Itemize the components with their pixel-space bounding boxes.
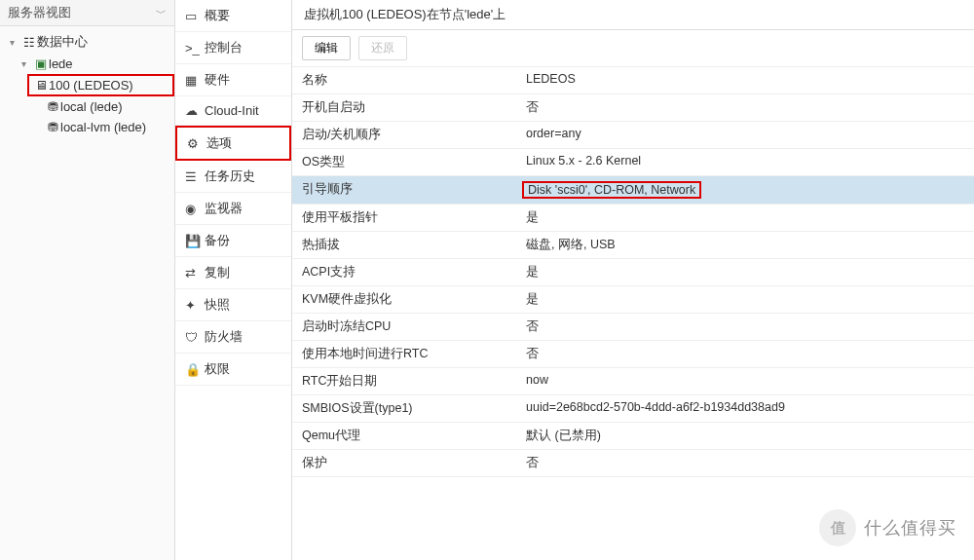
option-key: 启动/关机顺序	[302, 127, 526, 143]
server-tree-panel: 服务器视图 ﹀ ▾ ☷ 数据中心 ▾ ▣ lede 🖥 100 (LEDEOS)…	[0, 0, 175, 560]
watermark-text: 什么值得买	[864, 516, 956, 540]
tree-node-label: lede	[49, 56, 73, 71]
options-row[interactable]: 使用本地时间进行RTC否	[292, 341, 974, 368]
nav-label: 硬件	[205, 71, 230, 89]
option-value: order=any	[526, 127, 964, 143]
content-panel: 虚拟机100 (LEDEOS)在节点'lede'上 编辑 还原 名称LEDEOS…	[292, 0, 974, 560]
collapse-arrow-icon: ▾	[10, 37, 21, 48]
nav-console[interactable]: >_ 控制台	[175, 32, 291, 64]
collapse-arrow-icon: ▾	[21, 58, 33, 69]
option-value: LEDEOS	[526, 72, 964, 89]
option-key: SMBIOS设置(type1)	[302, 400, 526, 417]
options-row[interactable]: 保护否	[292, 450, 974, 477]
eye-icon: ◉	[185, 202, 205, 216]
content-title: 虚拟机100 (LEDEOS)在节点'lede'上	[292, 0, 974, 30]
options-grid: 名称LEDEOS开机自启动否启动/关机顺序order=anyOS类型Linux …	[292, 67, 974, 560]
nav-monitor[interactable]: ◉ 监视器	[175, 193, 291, 225]
option-value: 否	[526, 346, 964, 362]
option-value: Linux 5.x - 2.6 Kernel	[526, 154, 964, 170]
nav-label: 任务历史	[205, 168, 255, 185]
options-row[interactable]: RTC开始日期now	[292, 368, 974, 395]
option-value: 否	[526, 455, 964, 471]
shield-icon: 🛡	[185, 330, 205, 345]
options-row[interactable]: ACPI支持是	[292, 259, 974, 286]
option-key: Qemu代理	[302, 428, 526, 444]
options-toolbar: 编辑 还原	[292, 30, 974, 67]
nav-label: 监视器	[205, 200, 243, 217]
options-row[interactable]: 使用平板指针是	[292, 205, 974, 232]
nav-permissions[interactable]: 🔒 权限	[175, 354, 291, 386]
chip-icon: ▦	[185, 73, 205, 88]
magic-icon: ✦	[185, 298, 205, 313]
tree-storage-local[interactable]: ⛃ local (lede)	[0, 96, 174, 117]
nav-label: 控制台	[205, 39, 243, 56]
nav-summary[interactable]: ▭ 概要	[175, 0, 291, 32]
nav-snapshots[interactable]: ✦ 快照	[175, 289, 291, 321]
option-value: Disk 'scsi0', CD-ROM, Network	[526, 181, 964, 199]
nav-cloudinit[interactable]: ☁ Cloud-Init	[175, 96, 291, 126]
option-key: 名称	[302, 72, 526, 89]
option-key: 保护	[302, 455, 526, 471]
nav-label: 快照	[205, 296, 230, 314]
nav-firewall[interactable]: 🛡 防火墙	[175, 321, 291, 354]
option-key: OS类型	[302, 154, 526, 170]
copy-icon: ⇄	[185, 266, 205, 280]
nav-hardware[interactable]: ▦ 硬件	[175, 64, 291, 96]
tree-vm-100[interactable]: 🖥 100 (LEDEOS)	[27, 74, 174, 96]
option-value: 是	[526, 209, 964, 226]
list-icon: ☰	[185, 169, 205, 184]
option-value: 是	[526, 291, 964, 308]
storage-icon: ⛃	[45, 99, 60, 114]
option-key: 开机自启动	[302, 99, 526, 116]
tree-node-lede[interactable]: ▾ ▣ lede	[0, 54, 174, 74]
chevron-down-icon: ﹀	[156, 6, 167, 20]
option-key: KVM硬件虚拟化	[302, 291, 526, 308]
options-row[interactable]: 启动时冻结CPU否	[292, 314, 974, 341]
nav-label: 选项	[206, 134, 232, 152]
options-row[interactable]: SMBIOS设置(type1)uuid=2e68bcd2-570b-4ddd-a…	[292, 395, 974, 423]
datacenter-icon: ☷	[21, 35, 37, 50]
tree-storage-label: local (lede)	[60, 99, 123, 114]
option-value: 磁盘, 网络, USB	[526, 237, 964, 253]
option-key: 启动时冻结CPU	[302, 318, 526, 335]
nav-task-history[interactable]: ☰ 任务历史	[175, 161, 291, 193]
revert-button[interactable]: 还原	[358, 36, 407, 60]
options-row[interactable]: Qemu代理默认 (已禁用)	[292, 423, 974, 450]
vm-icon: 🖥	[33, 78, 49, 93]
option-value: now	[526, 373, 964, 390]
tree-datacenter[interactable]: ▾ ☷ 数据中心	[0, 30, 174, 54]
book-icon: ▭	[185, 9, 205, 23]
cloud-icon: ☁	[185, 103, 205, 118]
options-row[interactable]: 热插拔磁盘, 网络, USB	[292, 232, 974, 259]
save-icon: 💾	[185, 234, 205, 248]
options-row[interactable]: 引导顺序Disk 'scsi0', CD-ROM, Network	[292, 176, 974, 205]
option-key: 使用本地时间进行RTC	[302, 346, 526, 362]
edit-button[interactable]: 编辑	[302, 36, 351, 60]
options-row[interactable]: OS类型Linux 5.x - 2.6 Kernel	[292, 149, 974, 176]
tree-storage-label: local-lvm (lede)	[60, 120, 146, 134]
tree-view-selector[interactable]: 服务器视图 ﹀	[0, 0, 174, 26]
nav-options[interactable]: ⚙ 选项	[175, 126, 291, 161]
nav-label: 权限	[205, 360, 230, 378]
options-row[interactable]: 名称LEDEOS	[292, 67, 974, 94]
tree-datacenter-label: 数据中心	[37, 33, 88, 51]
node-icon: ▣	[33, 56, 49, 71]
nav-label: 备份	[205, 232, 230, 249]
watermark: 值 什么值得买	[819, 509, 956, 546]
nav-label: Cloud-Init	[205, 103, 259, 118]
options-row[interactable]: 开机自启动否	[292, 94, 974, 122]
option-key: RTC开始日期	[302, 373, 526, 390]
storage-icon: ⛃	[45, 120, 60, 134]
options-row[interactable]: 启动/关机顺序order=any	[292, 122, 974, 149]
terminal-icon: >_	[185, 41, 205, 56]
option-value: uuid=2e68bcd2-570b-4ddd-a6f2-b1934dd38ad…	[526, 400, 964, 417]
watermark-badge: 值	[819, 509, 856, 546]
option-key: 使用平板指针	[302, 209, 526, 226]
nav-replication[interactable]: ⇄ 复制	[175, 257, 291, 289]
options-row[interactable]: KVM硬件虚拟化是	[292, 286, 974, 314]
nav-label: 概要	[205, 7, 230, 24]
tree-storage-local-lvm[interactable]: ⛃ local-lvm (lede)	[0, 117, 174, 137]
nav-label: 复制	[205, 264, 230, 281]
option-key: ACPI支持	[302, 264, 526, 280]
nav-backup[interactable]: 💾 备份	[175, 225, 291, 257]
